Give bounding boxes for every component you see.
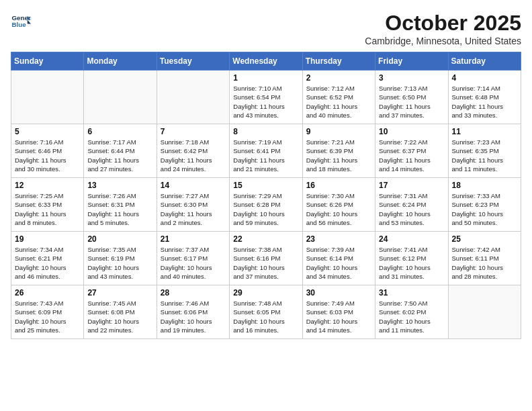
calendar-cell: 9Sunrise: 7:21 AMSunset: 6:39 PMDaylight…: [302, 124, 375, 178]
day-number: 16: [306, 181, 371, 190]
day-number: 5: [15, 127, 80, 136]
day-number: 12: [15, 181, 80, 190]
day-info: Sunrise: 7:37 AMSunset: 6:17 PMDaylight:…: [161, 245, 226, 281]
calendar-cell: 11Sunrise: 7:23 AMSunset: 6:35 PMDayligh…: [448, 124, 521, 178]
day-info: Sunrise: 7:45 AMSunset: 6:08 PMDaylight:…: [87, 299, 152, 334]
day-number: 14: [161, 181, 226, 190]
day-info: Sunrise: 7:27 AMSunset: 6:30 PMDaylight:…: [161, 191, 226, 227]
weekday-monday: Monday: [84, 52, 157, 71]
calendar-cell: 16Sunrise: 7:30 AMSunset: 6:26 PMDayligh…: [302, 178, 375, 232]
day-number: 11: [452, 127, 517, 136]
day-info: Sunrise: 7:29 AMSunset: 6:28 PMDaylight:…: [233, 191, 298, 227]
day-info: Sunrise: 7:14 AMSunset: 6:48 PMDaylight:…: [452, 84, 517, 120]
day-info: Sunrise: 7:39 AMSunset: 6:14 PMDaylight:…: [306, 245, 371, 281]
day-info: Sunrise: 7:12 AMSunset: 6:52 PMDaylight:…: [306, 84, 371, 120]
day-info: Sunrise: 7:42 AMSunset: 6:11 PMDaylight:…: [452, 245, 517, 281]
calendar-cell: 23Sunrise: 7:39 AMSunset: 6:14 PMDayligh…: [302, 232, 375, 285]
calendar-cell: 6Sunrise: 7:17 AMSunset: 6:44 PMDaylight…: [84, 124, 157, 178]
calendar-cell: 12Sunrise: 7:25 AMSunset: 6:33 PMDayligh…: [11, 178, 84, 232]
calendar-cell: 18Sunrise: 7:33 AMSunset: 6:23 PMDayligh…: [448, 178, 521, 232]
calendar-cell: 19Sunrise: 7:34 AMSunset: 6:21 PMDayligh…: [11, 232, 84, 285]
weekday-friday: Friday: [375, 52, 448, 71]
day-number: 20: [87, 234, 152, 244]
calendar-cell: 24Sunrise: 7:41 AMSunset: 6:12 PMDayligh…: [375, 232, 448, 285]
weekday-thursday: Thursday: [302, 52, 375, 71]
calendar-cell: 2Sunrise: 7:12 AMSunset: 6:52 PMDaylight…: [302, 71, 375, 124]
calendar-cell: 5Sunrise: 7:16 AMSunset: 6:46 PMDaylight…: [11, 124, 84, 178]
day-info: Sunrise: 7:19 AMSunset: 6:41 PMDaylight:…: [233, 138, 298, 173]
day-number: 13: [87, 181, 152, 190]
weekday-saturday: Saturday: [448, 52, 521, 71]
month-title: October 2025: [365, 11, 521, 36]
logo-icon: General Blue: [11, 11, 31, 31]
day-info: Sunrise: 7:13 AMSunset: 6:50 PMDaylight:…: [379, 84, 444, 120]
day-number: 28: [161, 288, 226, 298]
calendar-week-5: 26Sunrise: 7:43 AMSunset: 6:09 PMDayligh…: [11, 285, 521, 339]
day-number: 27: [87, 288, 152, 298]
weekday-header-row: SundayMondayTuesdayWednesdayThursdayFrid…: [11, 52, 521, 71]
day-info: Sunrise: 7:18 AMSunset: 6:42 PMDaylight:…: [161, 138, 226, 173]
day-number: 25: [452, 234, 517, 244]
day-info: Sunrise: 7:30 AMSunset: 6:26 PMDaylight:…: [306, 191, 371, 227]
logo: General Blue: [11, 11, 31, 31]
day-number: 7: [161, 127, 226, 136]
day-number: 3: [379, 73, 444, 83]
day-number: 19: [15, 234, 80, 244]
day-info: Sunrise: 7:22 AMSunset: 6:37 PMDaylight:…: [379, 138, 444, 173]
day-number: 8: [233, 127, 298, 136]
day-info: Sunrise: 7:26 AMSunset: 6:31 PMDaylight:…: [87, 191, 152, 227]
day-number: 2: [306, 73, 371, 83]
calendar-cell: 21Sunrise: 7:37 AMSunset: 6:17 PMDayligh…: [157, 232, 229, 285]
calendar-cell: 26Sunrise: 7:43 AMSunset: 6:09 PMDayligh…: [11, 285, 84, 339]
calendar-cell: 20Sunrise: 7:35 AMSunset: 6:19 PMDayligh…: [84, 232, 157, 285]
calendar-cell: 13Sunrise: 7:26 AMSunset: 6:31 PMDayligh…: [84, 178, 157, 232]
day-number: 6: [87, 127, 152, 136]
calendar-cell: 3Sunrise: 7:13 AMSunset: 6:50 PMDaylight…: [375, 71, 448, 124]
calendar-cell: 8Sunrise: 7:19 AMSunset: 6:41 PMDaylight…: [230, 124, 302, 178]
day-number: 31: [379, 288, 444, 298]
calendar-cell: 10Sunrise: 7:22 AMSunset: 6:37 PMDayligh…: [375, 124, 448, 178]
calendar-week-2: 5Sunrise: 7:16 AMSunset: 6:46 PMDaylight…: [11, 124, 521, 178]
day-info: Sunrise: 7:21 AMSunset: 6:39 PMDaylight:…: [306, 138, 371, 173]
day-info: Sunrise: 7:41 AMSunset: 6:12 PMDaylight:…: [379, 245, 444, 281]
day-info: Sunrise: 7:31 AMSunset: 6:24 PMDaylight:…: [379, 191, 444, 227]
day-info: Sunrise: 7:34 AMSunset: 6:21 PMDaylight:…: [15, 245, 80, 281]
day-number: 9: [306, 127, 371, 136]
day-number: 17: [379, 181, 444, 190]
calendar-week-4: 19Sunrise: 7:34 AMSunset: 6:21 PMDayligh…: [11, 232, 521, 285]
day-number: 1: [233, 73, 298, 83]
calendar-cell: 4Sunrise: 7:14 AMSunset: 6:48 PMDaylight…: [448, 71, 521, 124]
svg-text:Blue: Blue: [12, 21, 27, 28]
calendar-cell: 28Sunrise: 7:46 AMSunset: 6:06 PMDayligh…: [157, 285, 229, 339]
day-number: 18: [452, 181, 517, 190]
page-header: General Blue October 2025 Cambridge, Min…: [11, 11, 521, 46]
day-info: Sunrise: 7:49 AMSunset: 6:03 PMDaylight:…: [306, 299, 371, 334]
day-number: 15: [233, 181, 298, 190]
day-info: Sunrise: 7:16 AMSunset: 6:46 PMDaylight:…: [15, 138, 80, 173]
calendar-week-1: 1Sunrise: 7:10 AMSunset: 6:54 PMDaylight…: [11, 71, 521, 124]
day-info: Sunrise: 7:17 AMSunset: 6:44 PMDaylight:…: [87, 138, 152, 173]
day-number: 26: [15, 288, 80, 298]
calendar-cell: 22Sunrise: 7:38 AMSunset: 6:16 PMDayligh…: [230, 232, 302, 285]
weekday-sunday: Sunday: [11, 52, 84, 71]
weekday-wednesday: Wednesday: [230, 52, 302, 71]
day-number: 24: [379, 234, 444, 244]
day-info: Sunrise: 7:50 AMSunset: 6:02 PMDaylight:…: [379, 299, 444, 334]
day-info: Sunrise: 7:33 AMSunset: 6:23 PMDaylight:…: [452, 191, 517, 227]
calendar-cell: 17Sunrise: 7:31 AMSunset: 6:24 PMDayligh…: [375, 178, 448, 232]
day-info: Sunrise: 7:10 AMSunset: 6:54 PMDaylight:…: [233, 84, 298, 120]
day-info: Sunrise: 7:23 AMSunset: 6:35 PMDaylight:…: [452, 138, 517, 173]
day-info: Sunrise: 7:46 AMSunset: 6:06 PMDaylight:…: [161, 299, 226, 334]
day-info: Sunrise: 7:35 AMSunset: 6:19 PMDaylight:…: [87, 245, 152, 281]
calendar-cell: 29Sunrise: 7:48 AMSunset: 6:05 PMDayligh…: [230, 285, 302, 339]
calendar-cell: 30Sunrise: 7:49 AMSunset: 6:03 PMDayligh…: [302, 285, 375, 339]
day-number: 10: [379, 127, 444, 136]
calendar-cell: 1Sunrise: 7:10 AMSunset: 6:54 PMDaylight…: [230, 71, 302, 124]
day-number: 22: [233, 234, 298, 244]
calendar-table: SundayMondayTuesdayWednesdayThursdayFrid…: [11, 52, 521, 339]
day-info: Sunrise: 7:25 AMSunset: 6:33 PMDaylight:…: [15, 191, 80, 227]
location-title: Cambridge, Minnesota, United States: [365, 36, 521, 46]
calendar-cell: 27Sunrise: 7:45 AMSunset: 6:08 PMDayligh…: [84, 285, 157, 339]
calendar-cell: [84, 71, 157, 124]
day-info: Sunrise: 7:48 AMSunset: 6:05 PMDaylight:…: [233, 299, 298, 334]
